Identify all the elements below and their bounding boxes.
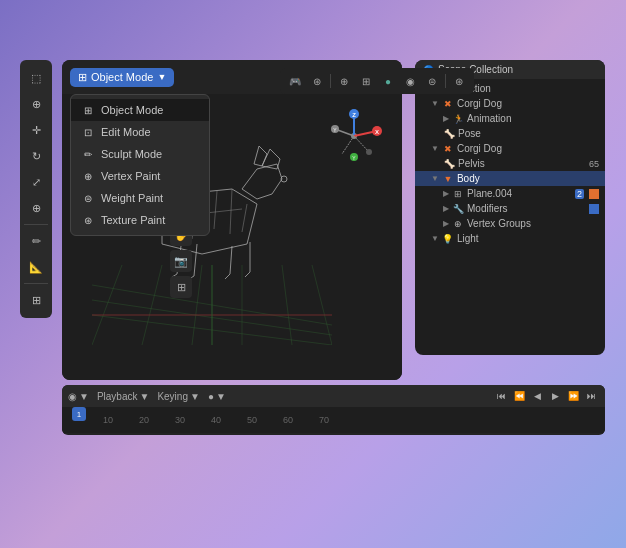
modifiers-color-swatch <box>589 204 599 214</box>
outliner-row-pelvis[interactable]: 🦴 Pelvis 65 <box>415 156 605 171</box>
mode-label: Object Mode <box>91 71 153 83</box>
outliner-row-animation[interactable]: ▶ 🏃 Animation <box>415 111 605 126</box>
play-btn[interactable]: ▶ <box>547 389 563 403</box>
tick-50: 50 <box>234 415 270 425</box>
texture-paint-label: Texture Paint <box>101 214 165 226</box>
arrow-corgi1: ▼ <box>431 99 439 108</box>
outliner-row-plane[interactable]: ▶ ⊞ Plane.004 2 <box>415 186 605 201</box>
step-forward-btn[interactable]: ⏩ <box>565 389 581 403</box>
arrow-corgi2: ▼ <box>431 144 439 153</box>
outliner-row-pose[interactable]: 🦴 Pose <box>415 126 605 141</box>
mode-item-object[interactable]: ⊞ Object Mode <box>71 99 209 121</box>
tool-scale[interactable]: ⤢ <box>24 170 48 194</box>
mode-item-weight-paint[interactable]: ⊜ Weight Paint <box>71 187 209 209</box>
svg-line-27 <box>214 191 217 229</box>
edit-mode-icon: ⊡ <box>81 125 95 139</box>
timeline-ruler[interactable]: 1 10 20 30 40 50 60 70 <box>62 407 605 433</box>
tool-measure[interactable]: 📐 <box>24 255 48 279</box>
play-reverse-btn[interactable]: ◀ <box>529 389 545 403</box>
jump-start-btn[interactable]: ⏮ <box>493 389 509 403</box>
svg-marker-12 <box>242 164 282 199</box>
outliner-body: ▼ 📁 Collection ▼ ✖ Corgi Dog ▶ 🏃 Animati… <box>415 79 605 248</box>
keying-label: Keying <box>157 391 188 402</box>
view-btn-6[interactable]: ◉ <box>401 72 419 90</box>
view-btn-2[interactable]: ⊛ <box>308 72 326 90</box>
dot-btn[interactable]: ● ▼ <box>208 391 226 402</box>
axes-widget: Z X Y Y <box>327 109 382 164</box>
outliner-row-corgi2[interactable]: ▼ ✖ Corgi Dog <box>415 141 605 156</box>
weight-paint-label: Weight Paint <box>101 192 163 204</box>
tool-move[interactable]: ✛ <box>24 118 48 142</box>
tool-annotate[interactable]: ✏ <box>24 229 48 253</box>
texture-paint-icon: ⊛ <box>81 213 95 227</box>
vertex-paint-icon: ⊕ <box>81 169 95 183</box>
playback-label: Playback <box>97 391 138 402</box>
view-btn-3[interactable]: ⊕ <box>335 72 353 90</box>
outliner-row-light[interactable]: ▼ 💡 Light <box>415 231 605 246</box>
mode-item-vertex-paint[interactable]: ⊕ Vertex Paint <box>71 165 209 187</box>
mode-item-texture-paint[interactable]: ⊛ Texture Paint <box>71 209 209 231</box>
tool-transform[interactable]: ⊕ <box>24 196 48 220</box>
tool-rotate[interactable]: ↻ <box>24 144 48 168</box>
icon-pose: 🦴 <box>443 129 455 139</box>
view-btn-5[interactable]: ● <box>379 72 397 90</box>
svg-point-41 <box>366 149 372 155</box>
arrow-vertex-groups: ▶ <box>443 219 449 228</box>
view-btn-4[interactable]: ⊞ <box>357 72 375 90</box>
tool-add[interactable]: ⊞ <box>24 288 48 312</box>
keying-arrow: ▼ <box>190 391 200 402</box>
tool-cursor[interactable]: ⊕ <box>24 92 48 116</box>
tick-70: 70 <box>306 415 342 425</box>
label-vertex-groups: Vertex Groups <box>467 218 531 229</box>
arrow-plane: ▶ <box>443 189 449 198</box>
timeline-view-btn[interactable]: ◉ ▼ <box>68 391 89 402</box>
weight-paint-icon: ⊜ <box>81 191 95 205</box>
timeline-topbar: ◉ ▼ Playback ▼ Keying ▼ ● ▼ ⏮ ⏪ ◀ ▶ ⏩ ⏭ <box>62 385 605 407</box>
label-corgi1: Corgi Dog <box>457 98 502 109</box>
arrow-modifiers: ▶ <box>443 204 449 213</box>
vertex-paint-label: Vertex Paint <box>101 170 160 182</box>
tool-select[interactable]: ⬚ <box>24 66 48 90</box>
label-modifiers: Modifiers <box>467 203 508 214</box>
view-btn-7[interactable]: ⊜ <box>423 72 441 90</box>
timeline-view-arrow: ▼ <box>79 391 89 402</box>
plane-badge: 2 <box>575 189 584 199</box>
outliner-row-corgi1[interactable]: ▼ ✖ Corgi Dog <box>415 96 605 111</box>
grid-icon[interactable]: ⊞ <box>170 276 192 298</box>
svg-line-21 <box>225 274 230 279</box>
mode-item-sculpt[interactable]: ✏ Sculpt Mode <box>71 143 209 165</box>
step-back-btn[interactable]: ⏪ <box>511 389 527 403</box>
mode-chevron-icon: ▼ <box>157 72 166 82</box>
svg-marker-14 <box>254 146 267 166</box>
arrow-animation: ▶ <box>443 114 449 123</box>
svg-text:X: X <box>375 129 379 135</box>
outliner-row-vertex-groups[interactable]: ▶ ⊕ Vertex Groups <box>415 216 605 231</box>
view-btn-8[interactable]: ⊛ <box>450 72 468 90</box>
svg-line-28 <box>230 189 232 234</box>
jump-end-btn[interactable]: ⏭ <box>583 389 599 403</box>
outliner-row-modifiers[interactable]: ▶ 🔧 Modifiers <box>415 201 605 216</box>
label-body: Body <box>457 173 480 184</box>
mode-item-edit[interactable]: ⊡ Edit Mode <box>71 121 209 143</box>
arrow-body: ▼ <box>431 174 439 183</box>
dot-arrow: ▼ <box>216 391 226 402</box>
label-pose: Pose <box>458 128 481 139</box>
edit-mode-label: Edit Mode <box>101 126 151 138</box>
arrow-light: ▼ <box>431 234 439 243</box>
keying-btn[interactable]: Keying ▼ <box>157 391 199 402</box>
icon-plane: ⊞ <box>452 189 464 199</box>
svg-line-20 <box>230 246 232 274</box>
dot-icon: ● <box>208 391 214 402</box>
tick-20: 20 <box>126 415 162 425</box>
outliner: 🔵 Scene Collection ▼ 📁 Collection ▼ ✖ Co… <box>415 60 605 355</box>
mode-dropdown[interactable]: ⊞ Object Mode ▼ <box>70 68 174 87</box>
camera-icon[interactable]: 📷 <box>170 250 192 272</box>
icon-modifiers: 🔧 <box>452 204 464 214</box>
view-btn-1[interactable]: 🎮 <box>286 72 304 90</box>
label-light: Light <box>457 233 479 244</box>
playback-btn[interactable]: Playback ▼ <box>97 391 149 402</box>
object-mode-icon: ⊞ <box>81 103 95 117</box>
label-plane: Plane.004 <box>467 188 512 199</box>
outliner-row-body[interactable]: ▼ ▼ Body <box>415 171 605 186</box>
mode-dropdown-menu: ⊞ Object Mode ⊡ Edit Mode ✏ Sculpt Mode … <box>70 94 210 236</box>
